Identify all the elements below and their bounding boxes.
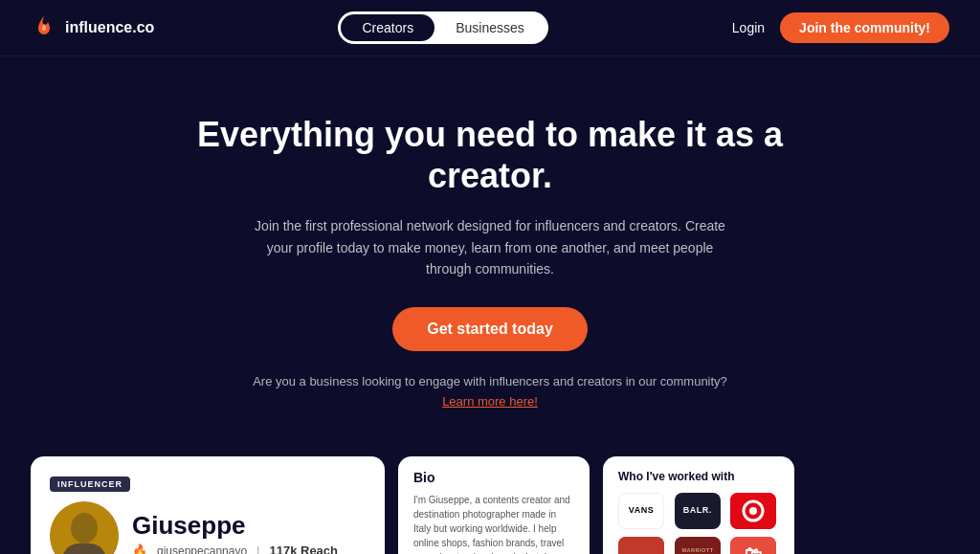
cards-section: INFLUENCER Giuseppe 🔥 bbox=[0, 447, 980, 554]
worked-with-card: Who I've worked with VANS BALR. NISSAN bbox=[603, 456, 794, 554]
profile-info: Giuseppe 🔥 giuseppecannavo | 117k Reach bbox=[132, 513, 338, 554]
influencer-badge: INFLUENCER bbox=[50, 476, 130, 492]
get-started-button[interactable]: Get started today bbox=[392, 307, 588, 351]
brand-shop: 🛍 bbox=[730, 537, 776, 554]
brand-balr: BALR. bbox=[675, 493, 721, 529]
hero-subtitle: Join the first professional network desi… bbox=[251, 215, 729, 279]
hero-title: Everything you need to make it as a crea… bbox=[193, 114, 787, 196]
profile-stats: 🔥 giuseppecannavo | 117k Reach bbox=[132, 543, 338, 554]
shop-logo: 🛍 bbox=[730, 537, 776, 554]
business-text: Are you a business looking to engage wit… bbox=[253, 374, 727, 388]
worked-with-title: Who I've worked with bbox=[618, 470, 779, 483]
logo-text: influence.co bbox=[65, 19, 154, 36]
profile-handle: giuseppecannavo bbox=[157, 544, 247, 554]
hero-section: Everything you need to make it as a crea… bbox=[0, 56, 980, 447]
businesses-tab[interactable]: Businesses bbox=[434, 14, 546, 41]
brand-grid: VANS BALR. NISSAN MARRIOTT HO bbox=[618, 493, 779, 554]
reach-count: 117k Reach bbox=[269, 543, 338, 554]
login-button[interactable]: Login bbox=[732, 20, 765, 35]
nav-right: Login Join the community! bbox=[732, 12, 949, 43]
svg-text:🛍: 🛍 bbox=[745, 544, 763, 554]
learn-more-link[interactable]: Learn more here! bbox=[442, 394, 538, 409]
nissan-logo: NISSAN bbox=[618, 537, 664, 554]
creators-tab[interactable]: Creators bbox=[341, 14, 434, 41]
svg-text:MARRIOTT: MARRIOTT bbox=[681, 547, 713, 553]
avatar-image bbox=[50, 501, 119, 554]
navbar: influence.co Creators Businesses Login J… bbox=[0, 0, 980, 56]
profile-header: Giuseppe 🔥 giuseppecannavo | 117k Reach bbox=[50, 501, 366, 554]
svg-point-1 bbox=[71, 513, 98, 543]
brand-nissan: NISSAN bbox=[618, 537, 664, 554]
avatar-svg bbox=[50, 501, 119, 554]
bio-title: Bio bbox=[413, 470, 574, 485]
join-button[interactable]: Join the community! bbox=[780, 12, 949, 43]
logo: influence.co bbox=[31, 14, 154, 41]
bio-card: Bio I'm Giuseppe, a contents creator and… bbox=[398, 456, 590, 554]
flame-icon bbox=[31, 14, 57, 41]
bio-text: I'm Giuseppe, a contents creator and des… bbox=[413, 493, 574, 554]
reach-separator: | bbox=[256, 543, 259, 554]
marriott-logo: MARRIOTT HOTELS bbox=[675, 537, 721, 554]
nav-toggle: Creators Businesses bbox=[338, 11, 547, 44]
brand-vivid bbox=[730, 493, 776, 529]
svg-rect-6 bbox=[618, 537, 664, 554]
svg-point-5 bbox=[749, 507, 757, 515]
vivid-logo bbox=[730, 493, 776, 529]
fire-icon: 🔥 bbox=[132, 543, 147, 554]
brand-vans: VANS bbox=[618, 493, 664, 529]
profile-card: INFLUENCER Giuseppe 🔥 bbox=[31, 456, 385, 554]
profile-name: Giuseppe bbox=[132, 513, 338, 538]
avatar bbox=[50, 501, 119, 554]
brand-marriott: MARRIOTT HOTELS bbox=[675, 537, 721, 554]
